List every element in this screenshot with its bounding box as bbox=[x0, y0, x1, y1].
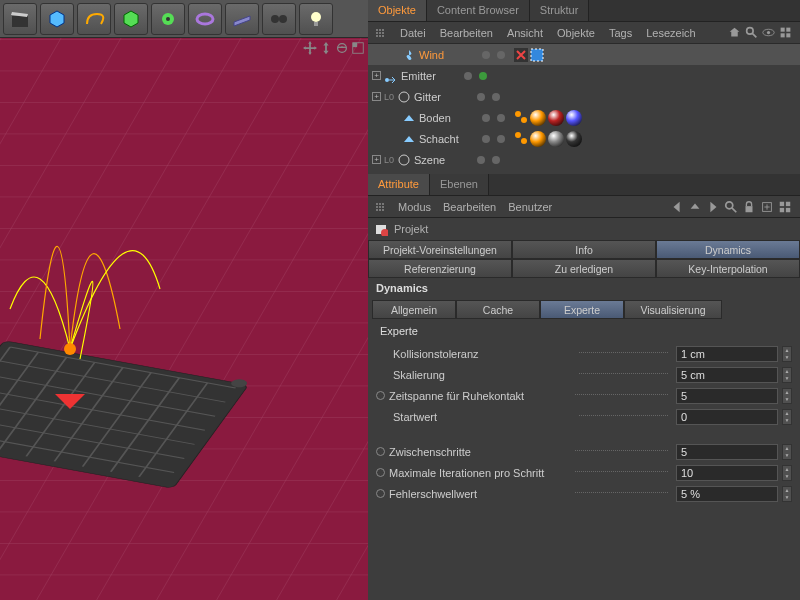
menu-bearbeiten[interactable]: Bearbeiten bbox=[440, 27, 493, 39]
vis-dot[interactable] bbox=[497, 51, 505, 59]
spinner[interactable]: ▲▼ bbox=[782, 367, 792, 383]
menu-modus[interactable]: Modus bbox=[398, 201, 431, 213]
material-tag[interactable] bbox=[566, 110, 582, 126]
tool-path[interactable] bbox=[77, 3, 111, 35]
vis-dot[interactable] bbox=[492, 93, 500, 101]
vis-dot[interactable] bbox=[497, 114, 505, 122]
home-icon[interactable] bbox=[728, 26, 741, 39]
vis-dot[interactable] bbox=[482, 135, 490, 143]
menu-ansicht[interactable]: Ansicht bbox=[507, 27, 543, 39]
mode-info[interactable]: Info bbox=[512, 240, 656, 259]
tab-ebenen[interactable]: Ebenen bbox=[430, 174, 489, 195]
material-tag[interactable] bbox=[548, 110, 564, 126]
eye-icon[interactable] bbox=[762, 26, 775, 39]
param-input-fehlerschwellwert[interactable] bbox=[676, 486, 778, 502]
param-input-zwischenschritte[interactable] bbox=[676, 444, 778, 460]
material-tag[interactable] bbox=[530, 131, 546, 147]
back-icon[interactable] bbox=[670, 200, 684, 214]
grid-icon[interactable] bbox=[779, 26, 792, 39]
param-radio[interactable] bbox=[376, 489, 385, 498]
tool-cube[interactable] bbox=[40, 3, 74, 35]
tool-torus[interactable] bbox=[188, 3, 222, 35]
spinner[interactable]: ▲▼ bbox=[782, 465, 792, 481]
tree-row-schacht[interactable]: Schacht bbox=[368, 128, 800, 149]
param-radio[interactable] bbox=[376, 391, 385, 400]
material-tag[interactable] bbox=[566, 131, 582, 147]
mode-visualisierung[interactable]: Visualisierung bbox=[624, 300, 722, 319]
spinner[interactable]: ▲▼ bbox=[782, 486, 792, 502]
param-input-zeitspanne-f-r-ruhekontakt[interactable] bbox=[676, 388, 778, 404]
vp-move-icon[interactable] bbox=[303, 41, 317, 55]
menu-objekte[interactable]: Objekte bbox=[557, 27, 595, 39]
mode-dynamics[interactable]: Dynamics bbox=[656, 240, 800, 259]
vis-dot[interactable] bbox=[477, 93, 485, 101]
material-tag[interactable] bbox=[548, 131, 564, 147]
tab-content-browser[interactable]: Content Browser bbox=[427, 0, 530, 21]
mode-referenzierung[interactable]: Referenzierung bbox=[368, 259, 512, 278]
vis-dot[interactable] bbox=[482, 51, 490, 59]
expander-icon[interactable]: + bbox=[372, 71, 381, 80]
param-input-kollisionstoleranz[interactable] bbox=[676, 346, 778, 362]
expander-icon[interactable]: + bbox=[372, 155, 381, 164]
vis-dot[interactable] bbox=[492, 156, 500, 164]
grid-icon[interactable] bbox=[778, 200, 792, 214]
vis-dot[interactable] bbox=[479, 72, 487, 80]
spinner[interactable]: ▲▼ bbox=[782, 409, 792, 425]
menu-benutzer[interactable]: Benutzer bbox=[508, 201, 552, 213]
tool-goggles[interactable] bbox=[262, 3, 296, 35]
spinner[interactable]: ▲▼ bbox=[782, 388, 792, 404]
fwd-icon[interactable] bbox=[706, 200, 720, 214]
tab-attribute[interactable]: Attribute bbox=[368, 174, 430, 195]
vis-dot[interactable] bbox=[497, 135, 505, 143]
menu-datei[interactable]: Datei bbox=[400, 27, 426, 39]
expander-icon[interactable]: + bbox=[372, 92, 381, 101]
disable-tag-icon[interactable] bbox=[514, 48, 528, 62]
material-tag[interactable] bbox=[530, 110, 546, 126]
spinner[interactable]: ▲▼ bbox=[782, 346, 792, 362]
tab-objekte[interactable]: Objekte bbox=[368, 0, 427, 21]
dynamics-tag-icon[interactable] bbox=[514, 110, 528, 124]
search-icon[interactable] bbox=[724, 200, 738, 214]
object-tree[interactable]: Wind+Emitter+L0GitterBodenSchacht+L0Szen… bbox=[368, 44, 800, 174]
vis-dot[interactable] bbox=[464, 72, 472, 80]
search-icon[interactable] bbox=[745, 26, 758, 39]
tree-row-emitter[interactable]: +Emitter bbox=[368, 65, 800, 86]
vp-max-icon[interactable] bbox=[351, 41, 365, 55]
param-label: Fehlerschwellwert bbox=[389, 488, 569, 500]
param-radio[interactable] bbox=[376, 447, 385, 456]
param-radio[interactable] bbox=[376, 468, 385, 477]
tab-struktur[interactable]: Struktur bbox=[530, 0, 590, 21]
mode-zu-erledigen[interactable]: Zu erledigen bbox=[512, 259, 656, 278]
tool-clapboard[interactable] bbox=[3, 3, 37, 35]
mode-projekt-voreinstellungen[interactable]: Projekt-Voreinstellungen bbox=[368, 240, 512, 259]
mode-cache[interactable]: Cache bbox=[456, 300, 540, 319]
vis-dot[interactable] bbox=[482, 114, 490, 122]
tree-row-gitter[interactable]: +L0Gitter bbox=[368, 86, 800, 107]
menu-bearbeiten[interactable]: Bearbeiten bbox=[443, 201, 496, 213]
tool-plane[interactable] bbox=[225, 3, 259, 35]
up-icon[interactable] bbox=[688, 200, 702, 214]
tool-cube-green[interactable] bbox=[114, 3, 148, 35]
menu-tags[interactable]: Tags bbox=[609, 27, 632, 39]
mode-allgemein[interactable]: Allgemein bbox=[372, 300, 456, 319]
vp-zoom-icon[interactable] bbox=[319, 41, 333, 55]
menu-lesezeich[interactable]: Lesezeich bbox=[646, 27, 696, 39]
param-input-maximale-iterationen-pro-schritt[interactable] bbox=[676, 465, 778, 481]
vp-rotate-icon[interactable] bbox=[335, 41, 349, 55]
param-input-startwert[interactable] bbox=[676, 409, 778, 425]
lock-icon[interactable] bbox=[742, 200, 756, 214]
new-icon[interactable] bbox=[760, 200, 774, 214]
tree-row-boden[interactable]: Boden bbox=[368, 107, 800, 128]
tool-light[interactable] bbox=[299, 3, 333, 35]
spinner[interactable]: ▲▼ bbox=[782, 444, 792, 460]
dynamics-tag-icon[interactable] bbox=[514, 131, 528, 145]
mode-experte[interactable]: Experte bbox=[540, 300, 624, 319]
tree-row-wind[interactable]: Wind bbox=[368, 44, 800, 65]
tree-row-szene[interactable]: +L0Szene bbox=[368, 149, 800, 170]
tool-gear-green[interactable] bbox=[151, 3, 185, 35]
vis-dot[interactable] bbox=[477, 156, 485, 164]
tag-icon[interactable] bbox=[530, 48, 544, 62]
mode-key-interpolation[interactable]: Key-Interpolation bbox=[656, 259, 800, 278]
param-input-skalierung[interactable] bbox=[676, 367, 778, 383]
viewport-3d[interactable] bbox=[0, 38, 368, 600]
